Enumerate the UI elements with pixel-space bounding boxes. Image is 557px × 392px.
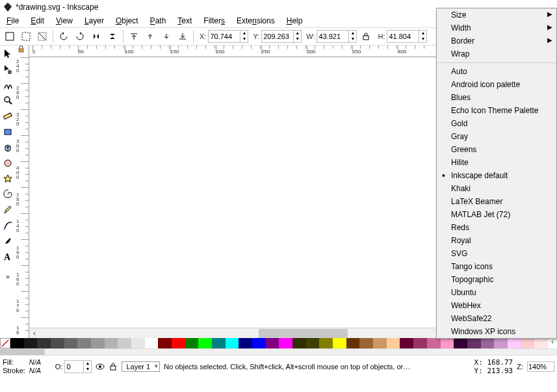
menu-item-palette[interactable]: Blues xyxy=(437,91,556,104)
h-input[interactable] xyxy=(387,32,419,41)
down-icon[interactable]: ▼ xyxy=(293,36,301,42)
bezier-tool[interactable] xyxy=(1,218,14,233)
swatch[interactable] xyxy=(172,338,185,348)
select-all-button[interactable] xyxy=(3,29,17,44)
flip-h-button[interactable] xyxy=(89,29,103,44)
swatch[interactable] xyxy=(77,338,91,348)
menu-item-palette[interactable]: Echo Icon Theme Palette xyxy=(437,104,556,117)
rotate-cw-button[interactable] xyxy=(73,29,87,44)
lock-aspect-button[interactable] xyxy=(359,29,373,44)
menu-item-palette[interactable]: Hilite xyxy=(437,156,556,169)
opacity-spinner[interactable]: ▲▼ xyxy=(64,360,92,373)
menu-item-palette[interactable]: LaTeX Beamer xyxy=(437,195,556,208)
swatch[interactable] xyxy=(252,338,266,348)
w-input[interactable] xyxy=(317,32,348,41)
lower-button[interactable] xyxy=(159,29,174,44)
more-tools-icon[interactable]: » xyxy=(1,269,14,283)
down-icon[interactable]: ▼ xyxy=(240,36,248,42)
swatch[interactable] xyxy=(346,338,360,348)
down-icon[interactable]: ▼ xyxy=(419,36,426,42)
swatch[interactable] xyxy=(373,338,387,348)
menu-extensions[interactable]: Extensions xyxy=(233,15,279,27)
pencil-tool[interactable] xyxy=(1,203,14,217)
menu-item-palette[interactable]: SVG xyxy=(437,247,556,260)
node-tool[interactable] xyxy=(1,62,14,77)
swatch[interactable] xyxy=(534,338,548,348)
swatch[interactable] xyxy=(158,338,172,348)
swatch[interactable] xyxy=(467,338,481,348)
palette-scrollbar[interactable] xyxy=(0,348,557,355)
spiral-tool[interactable] xyxy=(1,187,14,202)
palette-scroll-thumb[interactable] xyxy=(0,349,45,355)
swatch[interactable] xyxy=(292,338,306,348)
menu-item-palette[interactable]: Khaki xyxy=(437,182,556,195)
deselect-button[interactable] xyxy=(35,29,49,44)
swatch[interactable] xyxy=(481,338,495,348)
menu-item-palette[interactable]: Tango icons xyxy=(437,260,556,273)
menu-item-palette[interactable]: Windows XP icons xyxy=(437,325,556,338)
swatch[interactable] xyxy=(266,338,279,348)
menu-item-palette[interactable]: Topographic xyxy=(437,273,556,286)
menu-item-width[interactable]: Width▶ xyxy=(437,21,556,34)
up-icon[interactable]: ▲ xyxy=(240,31,248,36)
swatch[interactable] xyxy=(37,338,51,348)
box3d-tool[interactable] xyxy=(1,140,14,155)
menu-file[interactable]: File xyxy=(3,15,23,27)
swatch[interactable] xyxy=(441,338,454,348)
swatch[interactable] xyxy=(118,338,131,348)
menu-item-palette[interactable]: Ubuntu xyxy=(437,286,556,299)
swatch[interactable] xyxy=(413,338,427,348)
swatch-none[interactable] xyxy=(0,338,10,348)
x-spinner[interactable]: ▲▼ xyxy=(208,30,248,43)
menu-view[interactable]: View xyxy=(52,15,77,27)
swatch[interactable] xyxy=(51,338,64,348)
measure-tool[interactable] xyxy=(1,109,14,124)
swatch[interactable] xyxy=(212,338,226,348)
fill-value[interactable]: N/A xyxy=(29,358,51,367)
menu-item-palette[interactable]: WebSafe22 xyxy=(437,312,556,325)
menu-item-palette[interactable]: Gold xyxy=(437,117,556,130)
lower-to-bottom-button[interactable] xyxy=(175,29,190,44)
menu-item-border[interactable]: Border▶ xyxy=(437,34,556,47)
up-icon[interactable]: ▲ xyxy=(83,361,91,367)
y-spinner[interactable]: ▲▼ xyxy=(261,30,302,43)
menu-edit[interactable]: Edit xyxy=(27,15,48,27)
up-icon[interactable]: ▲ xyxy=(419,31,426,36)
raise-to-top-button[interactable] xyxy=(127,29,141,44)
flip-v-button[interactable] xyxy=(105,29,120,44)
scroll-thumb[interactable] xyxy=(259,329,348,338)
y-input[interactable] xyxy=(262,32,293,41)
swatch[interactable] xyxy=(185,338,199,348)
layer-lock-icon[interactable] xyxy=(109,362,118,371)
menu-item-palette[interactable]: Auto xyxy=(437,65,556,78)
layer-selector[interactable]: Layer 1 xyxy=(122,361,160,372)
menu-item-palette[interactable]: MATLAB Jet (72) xyxy=(437,208,556,221)
swatch[interactable] xyxy=(198,338,212,348)
menu-item-palette[interactable]: Android icon palette xyxy=(437,78,556,91)
swatch[interactable] xyxy=(508,338,521,348)
swatch[interactable] xyxy=(306,338,320,348)
swatch[interactable] xyxy=(387,338,400,348)
menu-item-wrap[interactable]: Wrap xyxy=(437,47,556,60)
swatch[interactable] xyxy=(226,338,239,348)
menu-text[interactable]: Text xyxy=(174,15,196,27)
menu-path[interactable]: Path xyxy=(146,15,170,27)
swatch[interactable] xyxy=(239,338,252,348)
layer-visibility-icon[interactable] xyxy=(96,362,105,371)
select-all-layers-button[interactable] xyxy=(19,29,33,44)
swatch[interactable] xyxy=(10,338,24,348)
menu-filters[interactable]: Filters xyxy=(200,15,229,27)
swatch[interactable] xyxy=(145,338,159,348)
swatch[interactable] xyxy=(427,338,441,348)
menu-item-palette[interactable]: Royal xyxy=(437,234,556,247)
palette-menu-icon[interactable]: ‹ xyxy=(548,338,557,348)
rotate-ccw-button[interactable] xyxy=(57,29,71,44)
swatch[interactable] xyxy=(105,338,118,348)
zoom-tool[interactable] xyxy=(1,94,14,108)
up-icon[interactable]: ▲ xyxy=(293,31,301,36)
swatch[interactable] xyxy=(91,338,105,348)
swatch[interactable] xyxy=(494,338,508,348)
menu-item-palette[interactable]: Greens xyxy=(437,143,556,156)
selector-tool[interactable] xyxy=(1,47,14,61)
menu-object[interactable]: Object xyxy=(112,15,142,27)
